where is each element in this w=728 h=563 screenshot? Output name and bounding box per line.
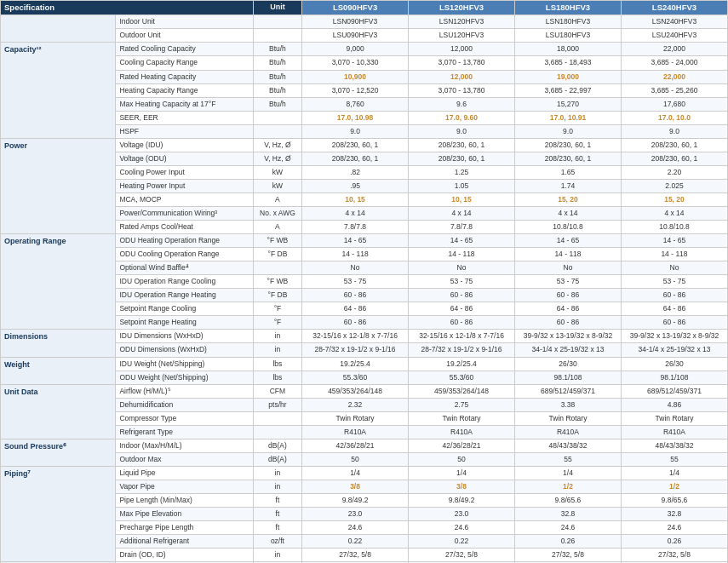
- row-label: Pipe Length (Min/Max): [116, 493, 253, 507]
- data-cell-0: 208/230, 60, 1: [302, 138, 409, 152]
- data-cell-0: 60 - 86: [302, 316, 409, 330]
- data-cell-2: 1/4: [515, 466, 622, 480]
- row-unit: lbs: [253, 371, 301, 384]
- data-cell-0: 0.22: [302, 535, 409, 549]
- data-cell-3: LSU240HFV3: [621, 29, 727, 43]
- data-cell-2: 98.1/108: [515, 371, 622, 384]
- row-unit: [253, 411, 301, 425]
- data-cell-2: 48/43/38/32: [515, 439, 622, 452]
- data-cell-2: 14 - 118: [515, 248, 622, 261]
- data-cell-3: LSN240HFV3: [621, 15, 727, 29]
- table-row: Unit DataAirflow (H/M/L)⁵CFM459/353/264/…: [1, 384, 728, 398]
- data-cell-1: 23.0: [409, 508, 515, 521]
- row-unit: A: [253, 221, 301, 234]
- row-unit: Btu/h: [253, 70, 301, 83]
- data-cell-0: 24.6: [302, 521, 409, 535]
- data-cell-1: 14 - 118: [409, 248, 515, 261]
- table-row: Capacity¹²Rated Cooling CapacityBtu/h9,0…: [1, 43, 728, 56]
- data-cell-3: 24.6: [621, 521, 727, 535]
- data-cell-3: 4.86: [621, 398, 727, 411]
- model-header-0: LS090HFV3: [302, 1, 409, 15]
- data-cell-3: 208/230, 60, 1: [621, 152, 727, 165]
- data-cell-0: 23.0: [302, 508, 409, 521]
- section-label: Power: [1, 138, 116, 233]
- row-unit: [253, 124, 301, 138]
- data-cell-1: 1.05: [409, 179, 515, 192]
- data-cell-2: 53 - 75: [515, 275, 622, 289]
- data-cell-2: Twin Rotary: [515, 411, 622, 425]
- data-cell-3: 55: [621, 452, 727, 466]
- data-cell-1: 42/36/28/21: [409, 439, 515, 452]
- row-label: Max Pipe Elevation: [116, 508, 253, 521]
- data-cell-3: No: [621, 261, 727, 275]
- data-cell-3: 689/512/459/371: [621, 384, 727, 398]
- row-label: MCA, MOCP: [116, 192, 253, 206]
- unit-header: Unit: [253, 1, 301, 15]
- data-cell-3: 60 - 86: [621, 289, 727, 302]
- data-cell-0: 8,760: [302, 97, 409, 111]
- row-label: Cooling Capacity Range: [116, 56, 253, 70]
- data-cell-1: 9.0: [409, 124, 515, 138]
- data-cell-3: 3,685 - 25,260: [621, 83, 727, 97]
- data-cell-0: 9.0: [302, 124, 409, 138]
- row-label: Airflow (H/M/L)⁵: [116, 384, 253, 398]
- data-cell-3: 14 - 65: [621, 234, 727, 248]
- data-cell-0: 64 - 86: [302, 302, 409, 316]
- row-unit: Btu/h: [253, 83, 301, 97]
- data-cell-3: 0.26: [621, 535, 727, 549]
- data-cell-2: 39-9/32 x 13-19/32 x 8-9/32: [515, 330, 622, 343]
- data-cell-3: 208/230, 60, 1: [621, 138, 727, 152]
- data-cell-3: 48/43/38/32: [621, 439, 727, 452]
- data-cell-0: 50: [302, 452, 409, 466]
- row-label: Precharge Pipe Length: [116, 521, 253, 535]
- row-label: ODU Weight (Net/Shipping): [116, 371, 253, 384]
- data-cell-3: 14 - 118: [621, 248, 727, 261]
- row-label: Drain (OD, ID): [116, 549, 253, 562]
- row-label: ODU Cooling Operation Range: [116, 248, 253, 261]
- table-row: DimensionsIDU Dimensions (WxHxD)in32-15/…: [1, 330, 728, 343]
- data-cell-0: 10,900: [302, 70, 409, 83]
- data-cell-1: 10, 15: [409, 192, 515, 206]
- data-cell-0: 208/230, 60, 1: [302, 152, 409, 165]
- data-cell-1: R410A: [409, 425, 515, 439]
- data-cell-2: 1.65: [515, 165, 622, 179]
- data-cell-2: 15, 20: [515, 192, 622, 206]
- data-cell-2: 26/30: [515, 357, 622, 371]
- data-cell-2: 60 - 86: [515, 289, 622, 302]
- row-unit: pts/hr: [253, 398, 301, 411]
- data-cell-3: 53 - 75: [621, 275, 727, 289]
- data-cell-1: 208/230, 60, 1: [409, 138, 515, 152]
- row-unit: °F WB: [253, 275, 301, 289]
- data-cell-2: 4 x 14: [515, 207, 622, 221]
- section-label: Unit Data: [1, 384, 116, 439]
- row-label: Max Heating Capacity at 17°F: [116, 97, 253, 111]
- data-cell-2: LSU180HFV3: [515, 29, 622, 43]
- data-cell-0: 17.0, 10.98: [302, 111, 409, 124]
- row-label: Rated Cooling Capacity: [116, 43, 253, 56]
- spec-table-container: Specification Unit LS090HFV3 LS120HFV3 L…: [0, 0, 728, 563]
- data-cell-3: 2.20: [621, 165, 727, 179]
- spec-header: Specification: [1, 1, 254, 15]
- data-cell-0: 3/8: [302, 480, 409, 493]
- data-cell-0: 459/353/264/148: [302, 384, 409, 398]
- row-unit: oz/ft: [253, 535, 301, 549]
- data-cell-1: 53 - 75: [409, 275, 515, 289]
- row-unit: [253, 425, 301, 439]
- model-header-1: LS120HFV3: [409, 1, 515, 15]
- data-cell-2: 3,685 - 22,997: [515, 83, 622, 97]
- row-label: Heating Power Input: [116, 179, 253, 192]
- data-cell-3: 22,000: [621, 70, 727, 83]
- data-cell-2: 32.8: [515, 508, 622, 521]
- data-cell-3: 15, 20: [621, 192, 727, 206]
- data-cell-2: 3.38: [515, 398, 622, 411]
- row-label: Liquid Pipe: [116, 466, 253, 480]
- data-cell-3: 32.8: [621, 508, 727, 521]
- row-unit: °F DB: [253, 289, 301, 302]
- row-unit: [253, 29, 301, 43]
- row-label: Refrigerant Type: [116, 425, 253, 439]
- data-cell-2: 10.8/10.8: [515, 221, 622, 234]
- row-unit: °F DB: [253, 248, 301, 261]
- row-label: Voltage (IDU): [116, 138, 253, 152]
- row-unit: in: [253, 549, 301, 562]
- data-cell-1: 60 - 86: [409, 316, 515, 330]
